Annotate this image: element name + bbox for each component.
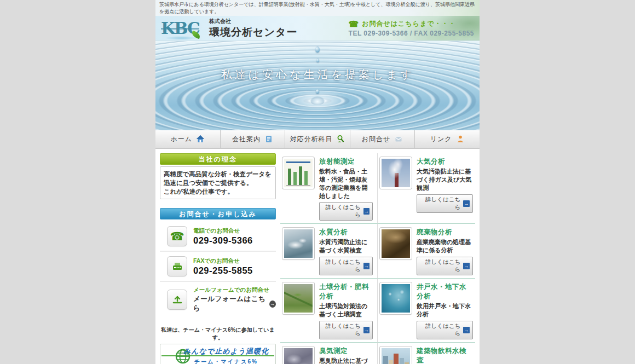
service-desc: 飲用井戸水・地下水分析	[417, 302, 473, 319]
industrial-waste-thumbnail	[380, 228, 412, 259]
hero-catchphrase: 私達は安心な生活を提案します	[155, 67, 480, 82]
arrow-icon: →	[363, 327, 370, 333]
detail-button[interactable]: 詳しくはこちら→	[417, 194, 473, 213]
service-desc: 大気汚染防止法に基づく排ガス及び大気観測	[417, 167, 473, 192]
service-desc: 土壌汚染対策法の基づく土壌調査	[319, 302, 373, 319]
nav-item-home[interactable]: ホーム	[155, 130, 220, 148]
fax-number: 029-255-5855	[193, 265, 253, 276]
service-cell-waste: 廃棄物分析 産業廃棄物の処理基準に係る分析 詳しくはこちら→	[378, 224, 475, 279]
groundwater-thumbnail	[380, 282, 412, 314]
philosophy-line1: 高精度で高品質な分析・検査データを迅速に且つ安価でご提供する。	[164, 171, 272, 186]
water-droplet-icon	[316, 59, 319, 62]
nav-home-label: ホーム	[171, 135, 193, 144]
philosophy-line2: これが私達の仕事です。	[164, 188, 234, 195]
hero-banner: 私達は安心な生活を提案します	[155, 41, 480, 130]
sidebar: 当社の理念 高精度で高品質な分析・検査データを迅速に且つ安価でご提供する。 これ…	[160, 153, 276, 364]
city-buildings-thumbnail	[380, 346, 412, 364]
nav-item-company[interactable]: 会社案内	[220, 130, 285, 148]
arrow-icon: →	[463, 327, 470, 333]
contact-row-phone: ☎ 電話でのお問合せ 029-309-5366	[160, 222, 276, 251]
contact-row-mailform: メールフォームでのお問合せ メールフォームはこちら →	[160, 281, 276, 317]
home-icon	[196, 135, 205, 143]
smokestack-thumbnail	[380, 157, 412, 189]
mailform-icon	[167, 290, 187, 310]
contact-telfax: TEL 029-309-5366 / FAX 029-255-5855	[349, 30, 474, 37]
contact-icon	[394, 135, 403, 143]
company-name: 環境分析センター	[209, 25, 297, 39]
arrow-icon: →	[363, 263, 370, 269]
company-prefix: 株式会社	[209, 18, 297, 25]
detail-button[interactable]: 詳しくはこちら→	[417, 321, 473, 339]
services-grid: 放射能測定 飲料水・食品・土壌・汚泥・焼却灰等の測定業務を開始しました 詳しくは…	[280, 153, 475, 364]
arrow-circle-icon: →	[269, 301, 276, 308]
phone-icon: ☎	[167, 226, 187, 246]
service-cell-building-water: 建築物飲料水検査 特定建築物（ビル管法）に係わる飲料水検査 詳しくはこちら→	[378, 343, 475, 364]
kbc-logo-mark: KBC	[161, 18, 204, 39]
nav-links-label: リンク	[430, 135, 452, 144]
water-splash-thumbnail	[282, 228, 314, 259]
contact-heading: お問合せ・お申し込み	[160, 208, 276, 219]
site-header: KBC 株式会社 環境分析センター ☎ お問合せはこちらまで・・・ TEL 02…	[155, 16, 480, 41]
service-cell-air: 大気分析 大気汚染防止法に基づく排ガス及び大気観測 詳しくはこちら→	[378, 153, 475, 224]
nav-item-analysis[interactable]: 対応分析科目	[285, 130, 350, 148]
service-desc: 悪臭防止法に基づく悪臭物質測定	[319, 357, 373, 364]
service-title: 井戸水・地下水分析	[417, 282, 473, 301]
main-area: 当社の理念 高精度で高品質な分析・検査データを迅速に且つ安価でご提供する。 これ…	[155, 149, 480, 364]
nav-analysis-label: 対応分析科目	[290, 135, 332, 144]
service-title: 廃棄物分析	[417, 228, 473, 237]
detail-button[interactable]: 詳しくはこちら→	[319, 257, 373, 275]
team-minus6-note: 私達は、チーム・マイナス6%に参加しています。	[160, 326, 276, 342]
service-cell-water-quality: 水質分析 水質汚濁防止法に基づく水質検査 詳しくはこちら→	[280, 224, 378, 279]
fax-icon	[167, 256, 187, 276]
fax-label: FAXでのお問合せ	[193, 257, 253, 265]
mailform-label: メールフォームでのお問合せ	[193, 286, 276, 294]
page-container: 茨城県水戸市にある環境分析センターでは、計量証明事業(放射能・水質・大気・土壌)…	[155, 0, 480, 364]
nav-company-label: 会社案内	[232, 135, 261, 144]
arrow-icon: →	[463, 263, 470, 269]
radioactivity-chart-thumbnail	[282, 157, 314, 189]
phone-icon: ☎	[349, 20, 360, 28]
contact-row-fax: FAXでのお問合せ 029-255-5855	[160, 251, 276, 281]
service-cell-groundwater: 井戸水・地下水分析 飲用井戸水・地下水分析 詳しくはこちら→	[378, 279, 475, 343]
philosophy-text: 高精度で高品質な分析・検査データを迅速に且つ安価でご提供する。 これが私達の仕事…	[160, 166, 276, 199]
site-description: 茨城県水戸市にある環境分析センターでは、計量証明事業(放射能・水質・大気・土壌)…	[155, 0, 480, 16]
detail-button[interactable]: 詳しくはこちら→	[319, 321, 373, 339]
service-cell-odor: 臭気測定 悪臭防止法に基づく悪臭物質測定 詳しくはこちら→	[280, 343, 378, 364]
water-droplet-icon	[315, 47, 320, 53]
nav-contact-label: お問合せ	[362, 135, 391, 144]
service-title: 放射能測定	[319, 157, 373, 166]
odor-smoke-thumbnail	[282, 346, 314, 364]
detail-button[interactable]: 詳しくはこちら→	[417, 257, 473, 275]
arrow-icon: →	[363, 208, 370, 215]
header-contact: ☎ お問合せはこちらまで・・・ TEL 029-309-5366 / FAX 0…	[349, 19, 475, 37]
link-icon	[456, 135, 465, 143]
contact-list: ☎ 電話でのお問合せ 029-309-5366 FAXでのお問合せ 029-25…	[160, 222, 276, 317]
service-desc: 産業廃棄物の処理基準に係る分析	[417, 238, 473, 255]
soil-sprout-thumbnail	[282, 282, 314, 314]
nav-item-links[interactable]: リンク	[414, 130, 480, 148]
service-cell-radioactivity: 放射能測定 飲料水・食品・土壌・汚泥・焼却灰等の測定業務を開始しました 詳しくは…	[280, 153, 378, 224]
service-desc: 飲料水・食品・土壌・汚泥・焼却灰等の測定業務を開始しました	[319, 167, 373, 200]
team-minus6-banner[interactable]: みんなで止めよう温暖化 チーム・マイナス6%	[160, 344, 276, 364]
main-nav: ホーム 会社案内 対応分析科目 お問合せ リンク	[155, 130, 480, 149]
service-title: 臭気測定	[319, 346, 373, 356]
site-logo[interactable]: KBC 株式会社 環境分析センター	[161, 18, 297, 39]
company-icon	[264, 135, 273, 143]
contact-lead: ☎ お問合せはこちらまで・・・	[349, 19, 474, 28]
service-title: 水質分析	[319, 228, 373, 237]
phone-label: 電話でのお問合せ	[193, 227, 253, 235]
philosophy-heading: 当社の理念	[160, 153, 276, 165]
mailform-link[interactable]: メールフォームはこちら →	[193, 294, 276, 313]
team-banner-sub-text: チーム・マイナス6%	[194, 358, 258, 364]
phone-number: 029-309-5366	[193, 235, 253, 246]
service-cell-soil: 土壌分析・肥料分析 土壌汚染対策法の基づく土壌調査 詳しくはこちら→	[280, 279, 378, 343]
analysis-icon	[336, 135, 345, 143]
nav-item-contact[interactable]: お問合せ	[350, 130, 415, 148]
service-desc: 水質汚濁防止法に基づく水質検査	[319, 238, 373, 255]
service-title: 建築物飲料水検査	[417, 346, 473, 364]
arrow-icon: →	[463, 200, 470, 207]
team-banner-main-text: みんなで止めよう温暖化	[183, 346, 269, 356]
detail-button[interactable]: 詳しくはこちら→	[319, 202, 373, 221]
service-title: 大気分析	[417, 157, 473, 166]
water-pool-icon	[165, 36, 197, 40]
